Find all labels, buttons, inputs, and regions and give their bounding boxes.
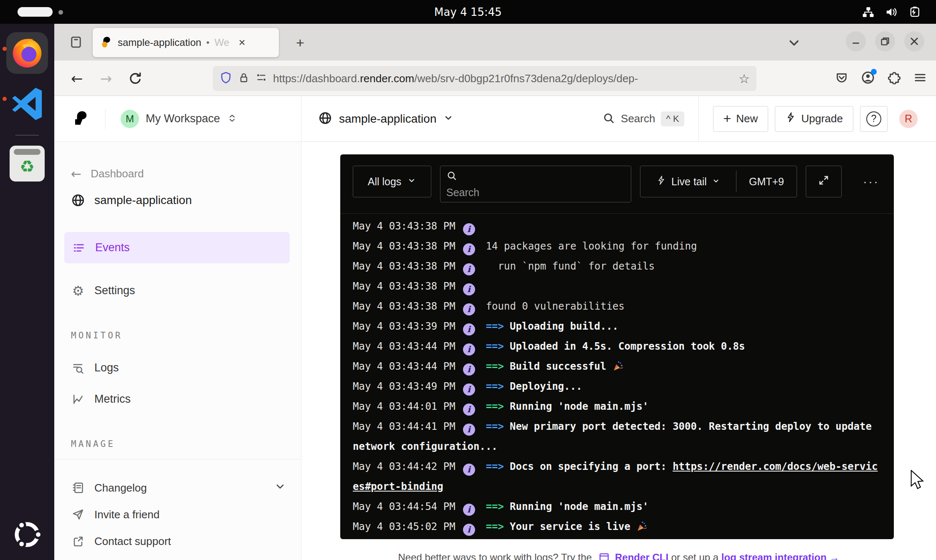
globe-icon <box>71 192 85 208</box>
sidebar-divider <box>54 459 301 459</box>
info-icon: i <box>463 464 475 476</box>
menu-hamburger-icon[interactable] <box>913 71 927 86</box>
browser-tab[interactable]: sample-application • We × <box>93 28 279 57</box>
info-icon: i <box>463 363 475 376</box>
volume-icon <box>885 6 898 18</box>
sidebar: ← Dashboard sample-application Events ⚙ … <box>54 142 301 560</box>
url-bar[interactable]: https://dashboard.render.com/web/srv-d0b… <box>213 66 756 91</box>
sidebar-item-events[interactable]: Events <box>64 232 290 263</box>
forward-button[interactable]: → <box>94 61 118 96</box>
live-tail-dropdown[interactable]: Live tail <box>640 166 736 197</box>
info-icon: i <box>463 323 475 335</box>
minimize-button[interactable] <box>846 31 866 51</box>
system-tray[interactable] <box>862 0 922 24</box>
header-divider <box>105 109 106 129</box>
log-timestamp: May 4 03:43:38 PM <box>353 220 455 232</box>
log-message: ==>Running 'node main.mjs' <box>486 501 649 512</box>
fullscreen-expand-button[interactable] <box>806 166 842 197</box>
search-placeholder: Search <box>446 187 625 199</box>
sidebar-back-dashboard[interactable]: ← Dashboard <box>54 164 301 183</box>
log-row: May 4 03:43:44 PMi==>Uploaded in 4.5s. C… <box>353 336 881 356</box>
search-label: Search <box>621 112 655 125</box>
tracking-shield-icon[interactable] <box>220 71 232 86</box>
sidebar-service-name[interactable]: sample-application <box>54 189 301 211</box>
log-filter-dropdown[interactable]: All logs <box>353 166 431 197</box>
permissions-icon[interactable] <box>256 72 267 85</box>
bookmark-star-icon[interactable]: ☆ <box>739 71 750 86</box>
log-timestamp: May 4 03:44:01 PM <box>353 401 455 412</box>
service-selector[interactable]: sample-application <box>318 111 454 127</box>
extensions-puzzle-icon[interactable] <box>888 71 901 86</box>
ubuntu-logo-icon[interactable] <box>11 518 43 552</box>
sidebar-item-contact-support[interactable]: Contact support <box>54 528 301 555</box>
pocket-icon[interactable] <box>835 71 848 86</box>
navigation-toolbar: ← → https://dashboard.render.com/web/srv… <box>54 61 936 96</box>
log-arrow: ==> <box>486 421 504 432</box>
up-down-chevron-icon <box>227 113 238 125</box>
log-timestamp: May 4 03:43:49 PM <box>353 381 455 392</box>
dock-firefox[interactable] <box>0 24 54 74</box>
dock-trash[interactable]: ♻ <box>0 136 54 182</box>
expand-icon <box>818 174 830 189</box>
log-arrow: ==> <box>486 341 504 352</box>
log-arrow: ==> <box>486 320 504 332</box>
sidebar-item-invite[interactable]: Invite a friend <box>54 501 301 528</box>
log-message: ==>Running 'node main.mjs' <box>486 401 649 412</box>
main-content: All logs Search Live tail <box>301 142 936 560</box>
system-top-bar: May 4 15:45 <box>0 0 936 24</box>
log-arrow: ==> <box>486 361 504 372</box>
render-cli-link[interactable]: Render CLI <box>615 552 668 560</box>
back-button[interactable]: ← <box>65 61 89 96</box>
more-options-button[interactable]: ··· <box>863 166 879 197</box>
reload-button[interactable] <box>124 61 147 96</box>
upgrade-button[interactable]: Upgrade <box>775 106 853 132</box>
workspace-selector[interactable]: M My Workspace <box>121 110 238 128</box>
close-button[interactable] <box>904 31 924 51</box>
url-text[interactable]: https://dashboard.render.com/web/srv-d0b… <box>273 72 733 85</box>
tab-close-button[interactable]: × <box>238 37 245 48</box>
user-avatar[interactable]: R <box>899 110 918 128</box>
global-search[interactable]: Search ^ K <box>602 111 684 126</box>
render-header: M My Workspace sample-application Search… <box>54 96 936 142</box>
log-timestamp: May 4 03:43:44 PM <box>353 341 455 352</box>
log-message: run `npm fund` for details <box>486 260 655 272</box>
party-popper-icon <box>612 361 624 372</box>
dock-vscode[interactable] <box>0 74 54 124</box>
search-shortcut-badge: ^ K <box>661 111 684 126</box>
paper-plane-icon <box>71 508 85 521</box>
restore-button[interactable] <box>875 31 895 51</box>
sidebar-item-logs[interactable]: Logs <box>54 352 301 383</box>
log-search-input[interactable]: Search <box>440 166 631 202</box>
back-arrow-icon: ← <box>71 166 81 181</box>
log-arrow: ==> <box>486 501 504 512</box>
log-row: May 4 03:44:41 PMi==>New primary port de… <box>353 416 881 457</box>
browser-window: sample-application • We × + ← → https://… <box>54 24 936 560</box>
new-tab-button[interactable]: + <box>291 33 310 52</box>
container-tabs-icon[interactable] <box>67 34 85 50</box>
logs-footer: Need better ways to work with logs? Try … <box>301 552 936 560</box>
info-icon: i <box>463 243 475 255</box>
new-button[interactable]: + New <box>713 106 769 132</box>
system-clock[interactable]: May 4 15:45 <box>0 6 936 18</box>
log-stream-integration-link[interactable]: log stream integration → <box>721 552 840 560</box>
log-message: ==>Deploying... <box>486 381 582 392</box>
sidebar-item-metrics[interactable]: Metrics <box>54 383 301 415</box>
chevron-down-icon <box>443 113 454 125</box>
running-indicator <box>3 97 7 101</box>
tab-list-chevron-icon[interactable] <box>787 35 802 52</box>
timezone-button[interactable]: GMT+9 <box>736 176 797 188</box>
sidebar-item-changelog[interactable]: Changelog <box>54 474 301 501</box>
sidebar-section-manage: MANAGE <box>54 439 301 452</box>
sidebar-item-label: Settings <box>94 284 135 297</box>
log-row: May 4 03:43:38 PMi <box>353 216 881 236</box>
search-icon <box>446 170 625 183</box>
question-icon: ? <box>866 111 881 126</box>
chevron-down-icon <box>712 176 720 188</box>
help-button[interactable]: ? <box>860 106 888 132</box>
log-rows: May 4 03:43:38 PMi May 4 03:43:38 PMi14 … <box>340 214 894 537</box>
render-logo[interactable] <box>73 109 90 129</box>
account-icon[interactable] <box>861 71 875 86</box>
lock-icon[interactable] <box>238 72 250 85</box>
sidebar-item-settings[interactable]: ⚙ Settings <box>54 275 301 306</box>
globe-icon <box>318 111 332 127</box>
